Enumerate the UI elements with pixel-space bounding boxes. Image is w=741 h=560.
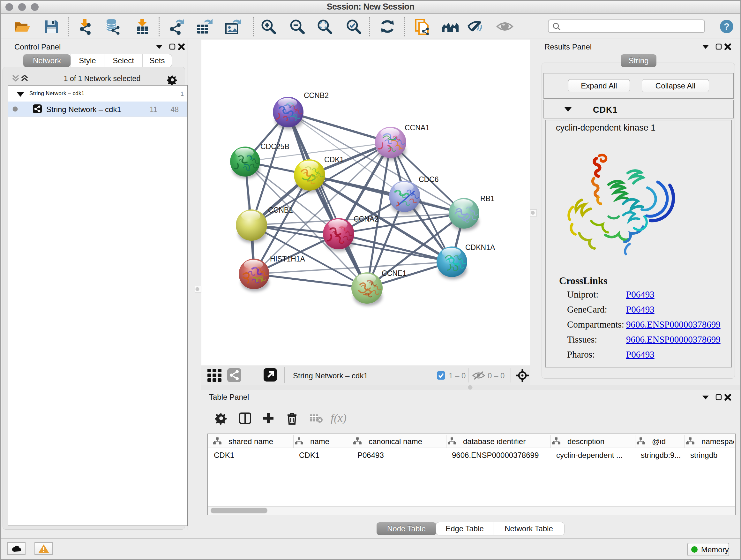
svg-text:RB1: RB1 bbox=[480, 194, 495, 203]
svg-text:CCNA2: CCNA2 bbox=[354, 215, 379, 223]
svg-text:?: ? bbox=[724, 21, 730, 32]
svg-text:CDKN1A: CDKN1A bbox=[465, 243, 495, 252]
svg-text:CDK1: CDK1 bbox=[324, 155, 344, 164]
svg-text:CDC6: CDC6 bbox=[419, 175, 439, 184]
svg-text:CCNB2: CCNB2 bbox=[304, 91, 329, 100]
svg-text:CCNA1: CCNA1 bbox=[405, 124, 429, 132]
svg-text:CCNE1: CCNE1 bbox=[382, 269, 407, 277]
svg-text:CDC25B: CDC25B bbox=[260, 142, 289, 151]
svg-text:CCNB1: CCNB1 bbox=[268, 206, 293, 214]
svg-text:HIST1H1A: HIST1H1A bbox=[270, 255, 306, 263]
